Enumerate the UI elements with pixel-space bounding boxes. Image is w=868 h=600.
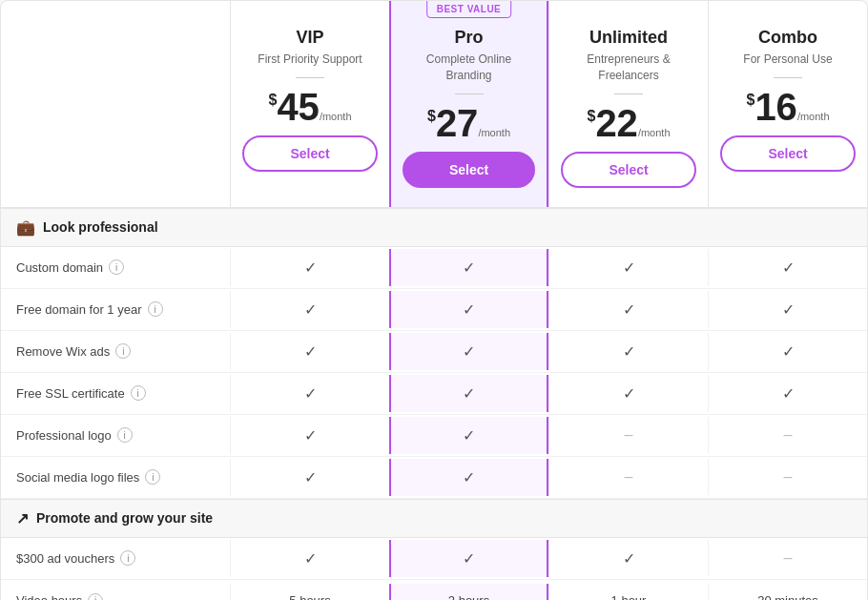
- feature-row-free-domain: Free domain for 1 year i ✓ ✓ ✓ ✓: [1, 289, 867, 331]
- select-btn-pro[interactable]: Select: [403, 152, 535, 188]
- feature-row-remove-wix-ads: Remove Wix ads i ✓ ✓ ✓ ✓: [1, 331, 867, 373]
- check-icon: ✓: [463, 343, 475, 360]
- feature-cell-free-domain-combo: ✓: [708, 291, 867, 328]
- plan-header-unlimited: Unlimited Entrepreneurs & Freelancers $ …: [548, 1, 708, 207]
- plan-name-unlimited: Unlimited: [561, 28, 696, 48]
- plan-desc-combo: For Personal Use: [720, 52, 856, 68]
- feature-cell-ad-vouchers-unlimited: ✓: [548, 540, 708, 577]
- header-empty: [1, 1, 230, 207]
- feature-cell-pro-logo-pro: ✓: [389, 417, 548, 454]
- amount-combo: 16: [754, 88, 797, 126]
- feature-cell-remove-ads-vip: ✓: [230, 333, 389, 370]
- feature-label-ssl: Free SSL certificate i: [1, 376, 230, 410]
- info-icon-free-domain[interactable]: i: [148, 301, 163, 317]
- plan-price-combo: $ 16 /month: [720, 88, 856, 126]
- check-icon: ✓: [304, 385, 317, 402]
- check-icon: ✓: [623, 343, 635, 360]
- feature-cell-ad-vouchers-pro: ✓: [389, 540, 548, 577]
- dollar-unlimited: $: [587, 108, 595, 125]
- plan-header-pro: BEST VALUE Pro Complete Online Branding …: [389, 1, 548, 207]
- feature-cell-pro-logo-combo: –: [708, 417, 867, 453]
- info-icon-professional-logo[interactable]: i: [117, 427, 133, 443]
- dash-icon: –: [625, 426, 633, 443]
- feature-cell-custom-domain-combo: ✓: [708, 249, 867, 286]
- feature-cell-custom-domain-unlimited: ✓: [548, 249, 708, 286]
- check-icon: ✓: [623, 259, 635, 276]
- section-title-look-professional: 💼 Look professional: [16, 218, 852, 237]
- feature-cell-remove-ads-unlimited: ✓: [548, 333, 708, 370]
- plan-desc-vip: First Priority Support: [242, 52, 378, 68]
- check-icon: ✓: [782, 385, 795, 402]
- feature-cell-video-hours-combo: 30 minutes: [708, 584, 867, 600]
- plan-divider-unlimited: [614, 93, 643, 94]
- feature-row-video-hours: Video hours i 5 hours 2 hours 1 hour 30 …: [1, 580, 867, 600]
- check-icon: ✓: [623, 550, 635, 567]
- period-pro: /month: [478, 127, 510, 138]
- feature-cell-remove-ads-combo: ✓: [708, 333, 867, 370]
- amount-pro: 27: [436, 104, 479, 142]
- feature-cell-pro-logo-unlimited: –: [548, 417, 708, 453]
- select-btn-vip[interactable]: Select: [242, 135, 378, 172]
- feature-cell-social-logo-combo: –: [708, 459, 867, 495]
- feature-label-professional-logo: Professional logo i: [1, 418, 230, 452]
- feature-cell-custom-domain-pro: ✓: [389, 249, 548, 286]
- chart-icon: ↗: [16, 509, 29, 528]
- feature-label-custom-domain: Custom domain i: [1, 250, 230, 284]
- check-icon: ✓: [782, 301, 795, 318]
- plan-divider-combo: [774, 77, 802, 78]
- info-icon-social-media-logo[interactable]: i: [145, 469, 160, 485]
- check-icon: ✓: [463, 427, 475, 444]
- info-icon-ssl[interactable]: i: [131, 385, 146, 401]
- plan-desc-pro: Complete Online Branding: [403, 52, 535, 84]
- feature-row-ssl: Free SSL certificate i ✓ ✓ ✓ ✓: [1, 373, 867, 415]
- feature-cell-remove-ads-pro: ✓: [389, 333, 548, 370]
- dash-icon: –: [784, 426, 793, 443]
- check-icon: ✓: [304, 427, 317, 444]
- feature-label-video-hours: Video hours i: [1, 584, 230, 600]
- info-icon-remove-wix-ads[interactable]: i: [115, 343, 131, 359]
- period-combo: /month: [797, 111, 830, 122]
- feature-label-remove-wix-ads: Remove Wix ads i: [1, 334, 230, 368]
- check-icon: ✓: [463, 550, 475, 567]
- plan-name-combo: Combo: [720, 28, 856, 48]
- feature-row-professional-logo: Professional logo i ✓ ✓ – –: [1, 415, 867, 457]
- period-vip: /month: [320, 111, 352, 122]
- feature-label-ad-vouchers: $300 ad vouchers i: [1, 541, 230, 575]
- check-icon: ✓: [304, 469, 317, 486]
- info-icon-custom-domain[interactable]: i: [109, 259, 124, 275]
- section-header-promote: ↗ Promote and grow your site: [1, 499, 867, 538]
- feature-cell-custom-domain-vip: ✓: [230, 249, 389, 286]
- dollar-vip: $: [268, 92, 277, 109]
- select-btn-combo[interactable]: Select: [720, 135, 856, 172]
- feature-cell-video-hours-pro: 2 hours: [389, 584, 548, 600]
- check-icon: ✓: [463, 385, 475, 402]
- dash-icon: –: [784, 468, 793, 485]
- dash-icon: –: [625, 468, 633, 485]
- plan-divider-vip: [296, 77, 324, 78]
- feature-row-custom-domain: Custom domain i ✓ ✓ ✓ ✓: [1, 247, 867, 289]
- check-icon: ✓: [782, 343, 795, 360]
- check-icon: ✓: [463, 259, 475, 276]
- check-icon: ✓: [623, 385, 635, 402]
- feature-cell-social-logo-unlimited: –: [548, 459, 708, 495]
- feature-cell-video-hours-unlimited: 1 hour: [548, 584, 708, 600]
- check-icon: ✓: [463, 469, 475, 486]
- header-row: VIP First Priority Support $ 45 /month S…: [1, 1, 867, 208]
- feature-cell-social-logo-pro: ✓: [389, 459, 548, 496]
- amount-unlimited: 22: [595, 104, 638, 142]
- plan-name-pro: Pro: [403, 28, 535, 48]
- plan-header-vip: VIP First Priority Support $ 45 /month S…: [230, 1, 389, 207]
- dollar-pro: $: [427, 108, 436, 125]
- select-btn-unlimited[interactable]: Select: [561, 152, 696, 188]
- plan-price-vip: $ 45 /month: [242, 88, 378, 126]
- plan-divider-pro: [455, 93, 484, 94]
- info-icon-video-hours[interactable]: i: [88, 593, 103, 600]
- feature-cell-free-domain-unlimited: ✓: [548, 291, 708, 328]
- check-icon: ✓: [623, 301, 635, 318]
- feature-cell-ssl-pro: ✓: [389, 375, 548, 412]
- feature-label-free-domain: Free domain for 1 year i: [1, 292, 230, 326]
- check-icon: ✓: [304, 301, 317, 318]
- info-icon-ad-vouchers[interactable]: i: [120, 550, 135, 566]
- plan-header-combo: Combo For Personal Use $ 16 /month Selec…: [708, 1, 867, 207]
- feature-cell-video-hours-vip: 5 hours: [230, 584, 389, 600]
